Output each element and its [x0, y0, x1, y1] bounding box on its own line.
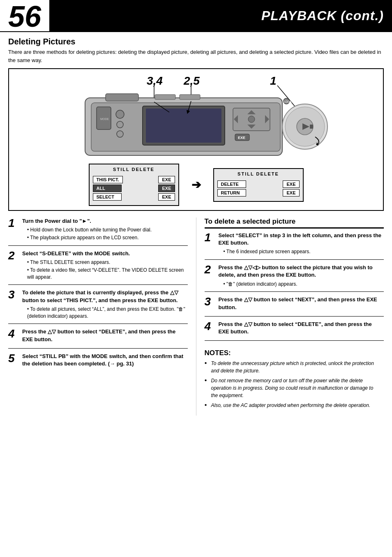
menu-row-delete: DELETE EXE — [217, 180, 300, 188]
menu-row-this-pict: THIS PICT. EXE — [93, 176, 175, 183]
right-step-4: 4 Press the △▽ button to select “DELETE”… — [205, 321, 384, 341]
svg-text:1: 1 — [270, 74, 277, 87]
section-title: Deleting Pictures — [0, 35, 392, 47]
svg-point-10 — [117, 121, 123, 128]
step-main-3: To delete the picture that is currently … — [22, 289, 188, 304]
right-step-content-3: Press the △▽ button to select “NEXT”, an… — [219, 296, 384, 312]
right-step-main-1: Select “SELECT” in step 3 in the left co… — [219, 232, 384, 247]
menu-exe-this-pict: EXE — [158, 176, 175, 183]
step-main-2: Select “S-DELETE” with the MODE switch. — [22, 250, 188, 257]
notes-title: NOTES: — [205, 349, 376, 357]
right-step-number-3: 3 — [205, 296, 215, 312]
menu-right-title: STILL DELETE — [214, 169, 303, 180]
right-step-number-1: 1 — [205, 232, 215, 256]
svg-point-19 — [248, 116, 255, 122]
menu-label-select: SELECT — [93, 193, 122, 201]
right-step-bullet-2-0: "🗑" (deletion indicator) appears. — [224, 281, 384, 288]
header: 56 PLAYBACK (cont.) — [0, 0, 392, 32]
step-bullet-2-0: The STILL DELETE screen appears. — [27, 259, 188, 266]
svg-text:3,4: 3,4 — [147, 74, 163, 87]
arrow-between-menus: ➔ — [191, 178, 201, 192]
step-content-2: Select “S-DELETE” with the MODE switch. … — [22, 250, 188, 282]
step-bullet-2-1: To delete a video file, select “V-DELETE… — [27, 267, 188, 281]
menu-label-all: ALL — [93, 185, 122, 192]
svg-rect-31 — [310, 125, 313, 129]
left-step-3: 3 To delete the picture that is currentl… — [8, 289, 188, 324]
left-step-4: 4 Press the △▽ button to select “DELETE”… — [8, 328, 188, 348]
title-text: PLAYBACK (cont.) — [261, 8, 384, 23]
step-content-1: Turn the Power dial to "►". Hold down th… — [22, 217, 188, 242]
step-number-2: 2 — [8, 250, 19, 282]
svg-text:2,5: 2,5 — [183, 74, 200, 87]
camera-illustration: 3,4 2,5 1 MODE — [13, 73, 379, 159]
right-step-content-4: Press the △▽ button to select “DELETE”, … — [219, 321, 384, 337]
note-item-3: Also, use the AC adapter provided when p… — [205, 402, 376, 409]
step-content-3: To delete the picture that is currently … — [22, 289, 188, 320]
note-item-1: To delete the unnecessary picture which … — [205, 360, 376, 374]
svg-point-11 — [117, 131, 123, 137]
menu-row-all: ALL EXE — [93, 185, 175, 192]
left-step-1: 1 Turn the Power dial to "►". Hold down … — [8, 217, 188, 246]
section-intro: There are three methods for deleting pic… — [0, 47, 392, 68]
right-step-bullet-1-0: The 6 indexed picture screen appears. — [224, 248, 384, 255]
page: 56 PLAYBACK (cont.) Deleting Pictures Th… — [0, 0, 392, 557]
svg-rect-23 — [155, 95, 175, 99]
right-step-main-4: Press the △▽ button to select “DELETE”, … — [219, 321, 384, 335]
menu-right-rows: DELETE EXE RETURN EXE — [214, 180, 303, 201]
svg-text:LOCK: LOCK — [284, 100, 292, 103]
left-step-2: 2 Select “S-DELETE” with the MODE switch… — [8, 250, 188, 285]
step-number-1: 1 — [8, 217, 19, 242]
menu-label-this-pict: THIS PICT. — [93, 176, 123, 183]
right-step-content-1: Select “SELECT” in step 3 in the left co… — [219, 232, 384, 256]
step-bullet-3-0: To delete all pictures, select “ALL”, an… — [27, 306, 188, 320]
right-step-2: 2 Press the △▽◁▷ button to select the pi… — [205, 264, 384, 292]
svg-text:EXE: EXE — [238, 136, 245, 140]
svg-rect-24 — [180, 95, 200, 99]
right-step-number-2: 2 — [205, 264, 215, 288]
step-number-5: 5 — [8, 353, 19, 369]
svg-rect-8 — [146, 109, 221, 143]
menu-exe-delete: EXE — [283, 180, 299, 188]
svg-point-9 — [116, 110, 124, 118]
right-step-main-3: Press the △▽ button to select “NEXT”, an… — [219, 296, 384, 311]
step-number-4: 4 — [8, 328, 19, 344]
svg-rect-22 — [106, 94, 138, 101]
step-number-3: 3 — [8, 289, 19, 320]
step-bullet-1-0: Hold down the Lock button while turning … — [27, 226, 188, 233]
step-content-5: Select “STILL PB” with the MODE switch, … — [22, 353, 188, 369]
left-column: 1 Turn the Power dial to "►". Hold down … — [8, 217, 196, 416]
page-number: 56 — [0, 0, 49, 31]
step-content-4: Press the △▽ button to select “DELETE”, … — [22, 328, 188, 344]
right-step-content-2: Press the △▽◁▷ button to select the pict… — [219, 264, 384, 288]
menu-label-delete: DELETE — [217, 180, 246, 188]
content-columns: 1 Turn the Power dial to "►". Hold down … — [0, 217, 392, 416]
menu-exe-select: EXE — [158, 193, 175, 201]
menu-exe-all: EXE — [158, 185, 175, 192]
right-column: To delete a selected picture 1 Select “S… — [196, 217, 384, 416]
step-main-1: Turn the Power dial to "►". — [22, 217, 188, 225]
step-main-5: Select “STILL PB” with the MODE switch, … — [22, 353, 188, 367]
step-bullet-1-1: The playback picture appears on the LCD … — [27, 234, 188, 241]
step-main-4: Press the △▽ button to select “DELETE”, … — [22, 328, 188, 343]
menu-screen-right: STILL DELETE DELETE EXE RETURN EXE — [213, 168, 304, 202]
svg-text:MODE: MODE — [100, 118, 109, 120]
right-section-title: To delete a selected picture — [205, 217, 384, 229]
right-step-3: 3 Press the △▽ button to select “NEXT”, … — [205, 296, 384, 316]
right-step-1: 1 Select “SELECT” in step 3 in the left … — [205, 232, 384, 260]
notes-section: NOTES: To delete the unnecessary picture… — [205, 345, 384, 416]
menu-exe-return: EXE — [283, 189, 299, 196]
menu-left-title: STILL DELETE — [90, 164, 178, 176]
menu-label-return: RETURN — [217, 189, 246, 196]
right-step-number-4: 4 — [205, 321, 215, 337]
menu-screens: STILL DELETE THIS PICT. EXE ALL EXE SELE… — [13, 164, 379, 206]
camera-svg: 3,4 2,5 1 MODE — [52, 73, 340, 159]
left-step-5: 5 Select “STILL PB” with the MODE switch… — [8, 353, 188, 372]
menu-row-select: SELECT EXE — [93, 193, 175, 201]
right-step-main-2: Press the △▽◁▷ button to select the pict… — [219, 264, 384, 279]
menu-row-return: RETURN EXE — [217, 189, 300, 196]
menu-screen-left: STILL DELETE THIS PICT. EXE ALL EXE SELE… — [89, 164, 179, 206]
page-title: PLAYBACK (cont.) — [49, 0, 392, 31]
menu-left-rows: THIS PICT. EXE ALL EXE SELECT EXE — [90, 176, 178, 205]
diagram-area: 3,4 2,5 1 MODE — [8, 68, 384, 211]
note-item-2: Do not remove the memory card or turn of… — [205, 377, 376, 399]
